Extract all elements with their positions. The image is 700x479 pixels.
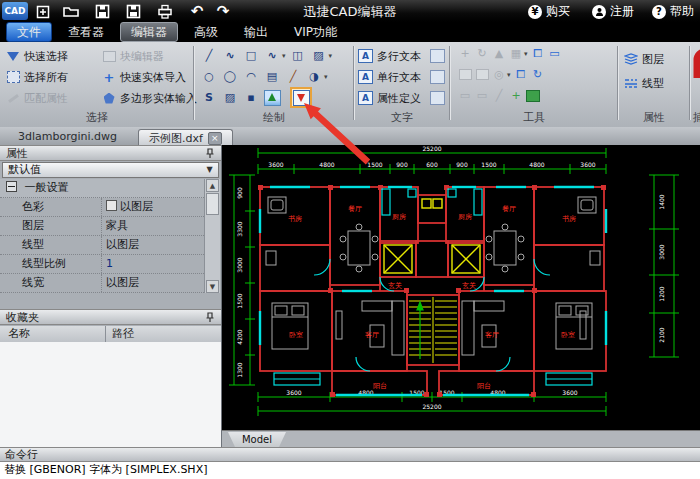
fillet-icon[interactable]: ╱	[492, 89, 506, 102]
command-line-header[interactable]: 命令行	[0, 447, 700, 462]
paste-icon[interactable]	[458, 68, 472, 81]
property-row-linetype[interactable]: 线型 以图层	[0, 236, 204, 255]
room-label: 厨房	[458, 213, 472, 221]
trim-icon[interactable]: ▭	[458, 89, 472, 102]
chevron-down-icon[interactable]: ▾	[329, 52, 333, 60]
group-icon[interactable]: ⧠	[514, 68, 528, 81]
buy-button[interactable]: ¥ 购买	[528, 3, 570, 20]
table-icon[interactable]	[526, 89, 540, 102]
block-insert-icon[interactable]: ◫	[289, 47, 307, 64]
spline-icon[interactable]: ∿	[263, 47, 281, 64]
register-button[interactable]: 注册	[592, 3, 634, 20]
preset-dropdown[interactable]: 默认值 ▼	[2, 162, 219, 178]
arc-icon[interactable]: ◠	[242, 68, 260, 85]
attr-def-icon: A	[358, 91, 373, 105]
question-icon: ?	[652, 5, 666, 19]
paste-special-icon[interactable]: ▭	[548, 47, 562, 60]
chevron-down-icon[interactable]: ▾	[507, 71, 511, 79]
block-editor-button[interactable]: 块编辑器	[102, 47, 164, 65]
text-edit-button[interactable]	[430, 89, 445, 107]
pen-icon[interactable]: ╱	[284, 68, 302, 85]
menu-output[interactable]: 输出	[234, 23, 278, 41]
add-entity-icon[interactable]: +	[509, 89, 523, 102]
property-row-lineweight[interactable]: 线宽 以图层	[0, 274, 204, 293]
room-label: 阳台	[477, 382, 491, 390]
property-value[interactable]: 1	[106, 255, 113, 273]
scroll-thumb[interactable]	[206, 193, 219, 215]
chevron-down-icon[interactable]: ▾	[324, 73, 328, 81]
scroll-up-icon[interactable]: ▲	[206, 179, 219, 192]
select-all-button[interactable]: 选择所有	[6, 68, 68, 86]
refresh-icon[interactable]: ↻	[531, 68, 545, 81]
close-tab-icon[interactable]: ×	[208, 132, 222, 145]
favorites-col-path[interactable]: 路径	[112, 326, 134, 341]
favorites-col-name[interactable]: 名称	[8, 326, 30, 341]
hatch-pattern-icon[interactable]: ▨	[221, 89, 239, 106]
zoom-select-icon[interactable]: ◎	[492, 68, 506, 81]
menu-editor[interactable]: 编辑器	[120, 22, 178, 42]
sheet-icon[interactable]: ▤	[263, 68, 281, 85]
quick-select-button[interactable]: 快速选择	[6, 47, 68, 65]
extend-icon[interactable]: ▭	[475, 89, 489, 102]
menu-viewer[interactable]: 查看器	[58, 23, 114, 41]
line-icon[interactable]: ╱	[200, 47, 218, 64]
property-row-ltscale[interactable]: 线型比例 1	[0, 255, 204, 274]
collapse-icon[interactable]	[6, 181, 17, 192]
menu-advanced[interactable]: 高级	[184, 23, 228, 41]
paste2-icon[interactable]	[475, 68, 489, 81]
raster-image-icon-highlighted[interactable]	[292, 89, 310, 106]
circle-icon[interactable]: ○	[200, 68, 218, 85]
s-curve-icon[interactable]: S	[200, 89, 218, 106]
text-style-button[interactable]	[430, 68, 445, 86]
point-icon[interactable]: ▪	[242, 89, 260, 106]
fade-icon[interactable]: ◑	[305, 68, 323, 85]
attribute-define-button[interactable]: A属性定义	[358, 89, 421, 107]
property-value[interactable]: 以图层	[106, 274, 139, 292]
chevron-down-icon[interactable]: ▾	[282, 52, 286, 60]
linetype-button[interactable]: 线型	[624, 74, 664, 92]
copy-blue-icon[interactable]: ⧠	[531, 47, 545, 60]
match-properties-button[interactable]: 匹配属性	[6, 89, 68, 107]
stext-button[interactable]: A单行文本	[358, 68, 421, 86]
group-label-snap: 捕	[692, 110, 700, 125]
property-group-row[interactable]: 一般设置	[0, 179, 204, 198]
scroll-down-icon[interactable]: ▼	[206, 280, 219, 293]
ellipse-icon[interactable]: ◯	[221, 68, 239, 85]
chevron-down-icon[interactable]: ▾	[524, 50, 528, 58]
rotate-icon[interactable]: ↻	[475, 47, 489, 60]
hatch-icon[interactable]: ▨	[310, 47, 328, 64]
mtext-button[interactable]: A多行文本	[358, 47, 421, 65]
pin-icon[interactable]	[205, 148, 215, 163]
menu-file[interactable]: 文件	[6, 22, 52, 42]
svg-text:3600: 3600	[580, 161, 595, 168]
doc-tab-dwg[interactable]: 3dlamborgini.dwg	[8, 129, 127, 145]
mirror-icon[interactable]: ▲	[492, 47, 506, 60]
magnet-icon[interactable]	[692, 48, 700, 82]
property-value[interactable]: 以图层	[106, 198, 153, 216]
pin-icon[interactable]	[205, 312, 215, 327]
property-row-color[interactable]: 色彩 以图层	[0, 198, 204, 217]
drawing-canvas[interactable]: 25200 36004800 1500900 600900 15004800 3…	[222, 145, 700, 430]
polyline-icon[interactable]: ∿	[221, 47, 239, 64]
svg-text:3000: 3000	[658, 244, 665, 259]
rectangle-icon[interactable]: □	[242, 47, 260, 64]
menu-vip[interactable]: VIP功能	[284, 23, 347, 41]
model-tab[interactable]: Model	[228, 432, 286, 447]
doc-tab-dxf-active[interactable]: 示例图.dxf ×	[138, 129, 233, 146]
polygon-entity-input-button[interactable]: 多边形实体输入	[102, 89, 197, 107]
stext-icon: A	[358, 70, 373, 84]
tree-image-icon[interactable]	[263, 89, 281, 106]
property-value[interactable]: 家具	[106, 217, 128, 235]
property-row-layer[interactable]: 图层 家具	[0, 217, 204, 236]
text-scale-icon	[430, 49, 445, 63]
property-value[interactable]: 以图层	[106, 236, 139, 254]
move-icon[interactable]: +	[458, 47, 472, 60]
text-scale-button[interactable]	[430, 47, 445, 65]
quick-entity-import-button[interactable]: + 快速实体导入	[102, 68, 186, 86]
help-button[interactable]: ? 帮助	[652, 3, 694, 20]
layer-button[interactable]: 图层	[624, 50, 664, 68]
command-line-text[interactable]: 替换 [GBENOR] 字体为 [SIMPLEX.SHX]	[0, 462, 700, 479]
layers-icon	[624, 53, 638, 66]
properties-scrollbar[interactable]: ▲ ▼	[204, 179, 220, 293]
array-icon[interactable]: ▦	[509, 47, 523, 60]
